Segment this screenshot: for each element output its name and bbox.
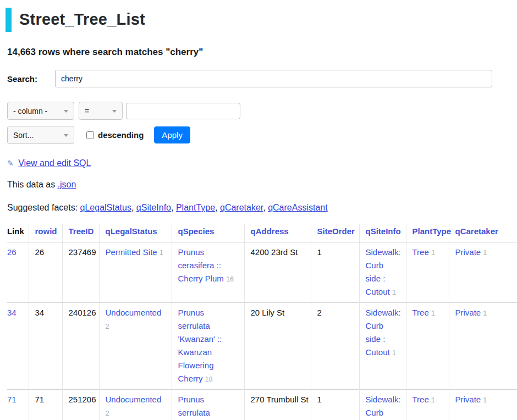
row-detail-link[interactable]: 71	[7, 395, 16, 404]
column-header-treeid[interactable]: TreeID	[62, 224, 99, 242]
cell-treeid: 240126	[62, 303, 99, 390]
cell-qcaretaker: Private 1	[449, 303, 517, 390]
cell-planttype: Tree 1	[406, 390, 449, 420]
filter-row: - column - =	[7, 102, 517, 120]
apply-button[interactable]: Apply	[154, 126, 190, 143]
column-header-qaddress[interactable]: qAddress	[244, 224, 311, 242]
json-export-link[interactable]: .json	[58, 180, 76, 189]
column-header-siteorder[interactable]: SiteOrder	[311, 224, 359, 242]
table-row: 71 71 251206 Undocumented 2 Prunus serru…	[7, 390, 517, 420]
results-table: Link rowid TreeID qLegalStatus qSpecies …	[7, 224, 517, 420]
facet-count: 16	[226, 275, 234, 283]
descending-label: descending	[98, 130, 144, 140]
facet-count: 1	[483, 396, 487, 404]
facet-link-qcaretaker[interactable]: qCaretaker	[220, 203, 263, 212]
cell-qspecies: Prunus serrulata 'Kwanzan' :: Kwanzan Fl…	[172, 390, 244, 420]
cell-link: 34	[7, 303, 29, 390]
view-edit-sql-link[interactable]: View and edit SQL	[18, 158, 91, 168]
facet-value-link[interactable]: Prunus cerasifera :: Cherry Plum	[178, 247, 224, 283]
cell-siteorder: 1	[311, 242, 359, 303]
data-as-prefix: This data as	[7, 180, 55, 189]
facet-count: 1	[160, 249, 163, 257]
column-select-wrap: - column -	[7, 102, 74, 120]
column-header-qsiteinfo[interactable]: qSiteInfo	[359, 224, 406, 242]
facet-link-qlegalstatus[interactable]: qLegalStatus	[80, 203, 131, 212]
cell-qlegalstatus: Undocumented 2	[99, 390, 172, 420]
cell-rowid: 34	[29, 303, 62, 390]
facet-separator: ,	[171, 203, 173, 212]
facets-prefix: Suggested facets:	[7, 203, 78, 212]
facet-value-link[interactable]: Prunus serrulata 'Kwanzan' :: Kwanzan Fl…	[178, 395, 222, 420]
cell-qcaretaker: Private 1	[449, 390, 517, 420]
table-row: 34 34 240126 Undocumented 2 Prunus serru…	[7, 303, 517, 390]
facet-value-link[interactable]: Tree	[413, 247, 429, 257]
cell-link: 71	[7, 390, 29, 420]
pencil-icon: ✎	[7, 159, 14, 168]
row-count-summary: 14,663 rows where search matches "cherry…	[7, 47, 517, 58]
facet-value-link[interactable]: Tree	[413, 395, 429, 404]
cell-link: 26	[7, 242, 29, 303]
operator-select-wrap: =	[74, 102, 123, 120]
facet-value-link[interactable]: Undocumented	[106, 395, 162, 404]
cell-siteorder: 1	[311, 390, 359, 420]
sort-select-wrap: Sort...	[7, 126, 74, 144]
cell-treeid: 251206	[62, 390, 99, 420]
facet-value-link[interactable]: Private	[455, 308, 481, 317]
table-row: 26 26 237469 Permitted Site 1 Prunus cer…	[7, 242, 517, 303]
facet-count: 1	[431, 249, 435, 257]
suggested-facets-row: Suggested facets: qLegalStatus, qSiteInf…	[7, 203, 517, 213]
column-header-qlegalstatus[interactable]: qLegalStatus	[99, 224, 172, 242]
facet-value-link[interactable]: Tree	[413, 308, 429, 317]
page: Street_Tree_List 14,663 rows where searc…	[0, 8, 517, 420]
column-header-rowid[interactable]: rowid	[29, 224, 62, 242]
filter-value-input[interactable]	[126, 103, 240, 119]
facet-value-link[interactable]: Prunus serrulata 'Kwanzan' :: Kwanzan Fl…	[178, 308, 222, 383]
cell-planttype: Tree 1	[406, 303, 449, 390]
row-detail-link[interactable]: 26	[7, 247, 16, 257]
facet-value-link[interactable]: Private	[455, 247, 481, 257]
search-row: Search:	[7, 70, 517, 87]
cell-qsiteinfo: Sidewalk: Curb side : Cutout 1	[359, 242, 406, 303]
facet-count: 1	[431, 310, 435, 317]
descending-checkbox[interactable]	[86, 131, 94, 139]
column-select[interactable]: - column -	[7, 102, 74, 120]
facet-link-qcareassistant[interactable]: qCareAssistant	[268, 203, 328, 212]
facet-count: 2	[106, 410, 109, 417]
cell-qcaretaker: Private 1	[449, 242, 517, 303]
facet-separator: ,	[263, 203, 265, 212]
facet-count: 1	[483, 249, 487, 257]
cell-qlegalstatus: Permitted Site 1	[99, 242, 172, 303]
facet-separator: ,	[131, 203, 134, 212]
cell-qlegalstatus: Undocumented 2	[99, 303, 172, 390]
column-header-qspecies[interactable]: qSpecies	[172, 224, 244, 242]
column-header-planttype[interactable]: PlantType	[406, 224, 449, 242]
facet-count: 1	[392, 349, 396, 357]
cell-qsiteinfo: Sidewalk: Curb side : Cutout 1	[359, 390, 406, 420]
search-label: Search:	[7, 74, 55, 84]
facet-separator: ,	[215, 203, 217, 212]
sql-link-row: ✎ View and edit SQL	[7, 158, 517, 168]
cell-siteorder: 2	[311, 303, 359, 390]
sort-row: Sort... descending Apply	[7, 126, 517, 144]
row-detail-link[interactable]: 34	[7, 308, 16, 317]
cell-qsiteinfo: Sidewalk: Curb side : Cutout 1	[359, 303, 406, 390]
facet-value-link[interactable]: Sidewalk: Curb side : Cutout	[366, 395, 401, 420]
cell-treeid: 237469	[62, 242, 99, 303]
sort-select[interactable]: Sort...	[7, 126, 74, 144]
column-header-link: Link	[7, 224, 29, 242]
facet-value-link[interactable]: Permitted Site	[106, 247, 157, 257]
search-input[interactable]	[55, 70, 492, 87]
facet-count: 1	[483, 310, 487, 317]
cell-qaddress: 270 Trumbull St	[244, 390, 311, 420]
facet-link-planttype[interactable]: PlantType	[176, 203, 215, 212]
column-header-qcaretaker[interactable]: qCaretaker	[449, 224, 517, 242]
cell-rowid: 71	[29, 390, 62, 420]
facet-count: 18	[205, 375, 213, 383]
operator-select[interactable]: =	[79, 102, 123, 120]
cell-planttype: Tree 1	[406, 242, 449, 303]
facet-value-link[interactable]: Private	[455, 395, 481, 404]
facet-link-qsiteinfo[interactable]: qSiteInfo	[136, 203, 171, 212]
facet-value-link[interactable]: Undocumented	[106, 308, 162, 317]
cell-qaddress: 20 Lily St	[244, 303, 311, 390]
page-title: Street_Tree_List	[6, 8, 517, 32]
